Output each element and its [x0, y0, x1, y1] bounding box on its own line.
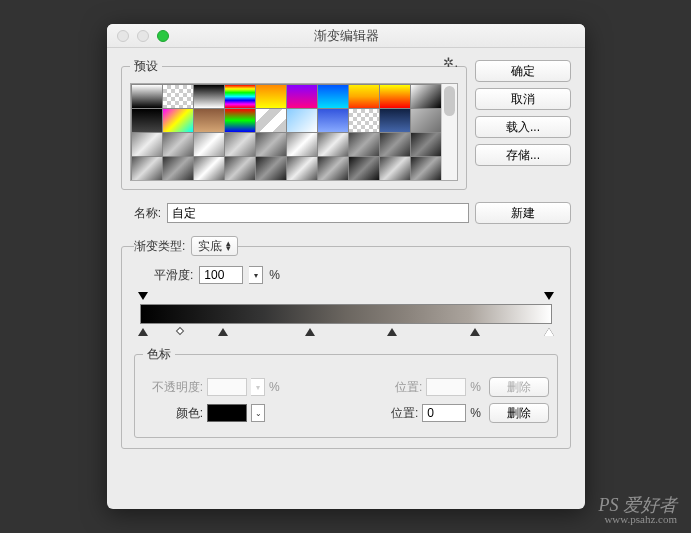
preset-swatch[interactable] — [286, 156, 318, 181]
chevron-down-icon[interactable]: ⌄ — [251, 404, 265, 422]
percent-label: % — [269, 268, 280, 282]
preset-swatch[interactable] — [131, 132, 163, 157]
color-label: 颜色: — [143, 405, 203, 422]
preset-scrollbar[interactable] — [441, 84, 457, 180]
preset-swatch[interactable] — [224, 84, 256, 109]
preset-swatch[interactable] — [193, 108, 225, 133]
preset-swatch[interactable] — [255, 132, 287, 157]
preset-swatch[interactable] — [317, 84, 349, 109]
percent-label: % — [470, 406, 481, 420]
preset-swatch[interactable] — [379, 108, 411, 133]
window-title: 渐变编辑器 — [107, 27, 585, 45]
chevron-down-icon[interactable]: ▾ — [249, 266, 263, 284]
new-button[interactable]: 新建 — [475, 202, 571, 224]
preset-swatch[interactable] — [224, 108, 256, 133]
color-stop[interactable] — [305, 326, 315, 336]
opacity-stop[interactable] — [138, 292, 148, 302]
opacity-label: 不透明度: — [143, 379, 203, 396]
preset-swatch[interactable] — [193, 132, 225, 157]
gradient-editor — [140, 292, 552, 336]
preset-swatch[interactable] — [131, 84, 163, 109]
watermark: PS 爱好者 www.psahz.com — [599, 496, 678, 525]
preset-swatch[interactable] — [410, 132, 442, 157]
opacity-stop[interactable] — [544, 292, 554, 302]
gradient-editor-dialog: 渐变编辑器 预设 ✲. 确定 取消 载入... 存储... 名称: 新建 — [107, 24, 585, 509]
preset-swatch[interactable] — [348, 108, 380, 133]
smooth-input[interactable] — [199, 266, 243, 284]
type-select[interactable]: 实底 ▴▾ — [191, 236, 238, 256]
color-stop[interactable] — [544, 326, 554, 336]
color-stops[interactable] — [140, 324, 552, 336]
preset-swatch[interactable] — [379, 156, 411, 181]
preset-swatch[interactable] — [286, 132, 318, 157]
preset-swatch[interactable] — [131, 156, 163, 181]
load-button[interactable]: 载入... — [475, 116, 571, 138]
preset-swatch[interactable] — [255, 108, 287, 133]
ok-button[interactable]: 确定 — [475, 60, 571, 82]
side-buttons: 确定 取消 载入... 存储... — [475, 58, 571, 190]
presets-label: 预设 — [130, 58, 162, 75]
color-stop[interactable] — [218, 326, 228, 336]
preset-swatch[interactable] — [286, 84, 318, 109]
preset-swatch[interactable] — [162, 156, 194, 181]
preset-swatch[interactable] — [255, 84, 287, 109]
percent-label: % — [269, 380, 280, 394]
preset-swatch[interactable] — [410, 84, 442, 109]
gradient-type-group: 渐变类型: 实底 ▴▾ 平滑度: ▾ % — [121, 236, 571, 449]
delete-color-button[interactable]: 删除 — [489, 403, 549, 423]
preset-swatch[interactable] — [193, 156, 225, 181]
preset-swatch[interactable] — [224, 132, 256, 157]
titlebar: 渐变编辑器 — [107, 24, 585, 48]
chevron-down-icon: ▾ — [251, 378, 265, 396]
preset-swatch[interactable] — [317, 132, 349, 157]
preset-swatch[interactable] — [410, 108, 442, 133]
opacity-position-input — [426, 378, 466, 396]
preset-swatch[interactable] — [317, 108, 349, 133]
preset-swatch[interactable] — [379, 132, 411, 157]
preset-swatch[interactable] — [348, 132, 380, 157]
name-input[interactable] — [167, 203, 469, 223]
preset-swatch[interactable] — [348, 84, 380, 109]
preset-swatch[interactable] — [286, 108, 318, 133]
preset-swatch[interactable] — [224, 156, 256, 181]
preset-swatch[interactable] — [317, 156, 349, 181]
stops-group: 色标 不透明度: ▾ % 位置: % 删除 颜色: ⌄ — [134, 346, 558, 438]
type-label: 渐变类型: — [134, 238, 185, 255]
preset-swatch[interactable] — [193, 84, 225, 109]
preset-swatch[interactable] — [379, 84, 411, 109]
smooth-label: 平滑度: — [154, 267, 193, 284]
presets-group: 预设 ✲. — [121, 58, 467, 190]
preset-swatch[interactable] — [348, 156, 380, 181]
preset-swatch[interactable] — [131, 108, 163, 133]
cancel-button[interactable]: 取消 — [475, 88, 571, 110]
color-stop[interactable] — [138, 326, 148, 336]
position-label: 位置: — [382, 379, 422, 396]
preset-grid — [130, 83, 458, 181]
preset-swatch[interactable] — [162, 108, 194, 133]
color-position-input[interactable] — [422, 404, 466, 422]
name-label: 名称: — [121, 205, 161, 222]
color-well[interactable] — [207, 404, 247, 422]
midpoint-icon[interactable] — [176, 327, 184, 335]
chevron-updown-icon: ▴▾ — [226, 241, 231, 251]
stops-label: 色标 — [143, 346, 175, 363]
opacity-input — [207, 378, 247, 396]
preset-swatch[interactable] — [255, 156, 287, 181]
gear-icon[interactable]: ✲. — [443, 55, 458, 70]
position-label: 位置: — [378, 405, 418, 422]
delete-opacity-button: 删除 — [489, 377, 549, 397]
opacity-stops[interactable] — [140, 292, 552, 304]
preset-swatch[interactable] — [162, 132, 194, 157]
gradient-bar[interactable] — [140, 304, 552, 324]
save-button[interactable]: 存储... — [475, 144, 571, 166]
preset-swatch[interactable] — [162, 84, 194, 109]
preset-swatch[interactable] — [410, 156, 442, 181]
percent-label: % — [470, 380, 481, 394]
color-stop[interactable] — [470, 326, 480, 336]
color-stop[interactable] — [387, 326, 397, 336]
